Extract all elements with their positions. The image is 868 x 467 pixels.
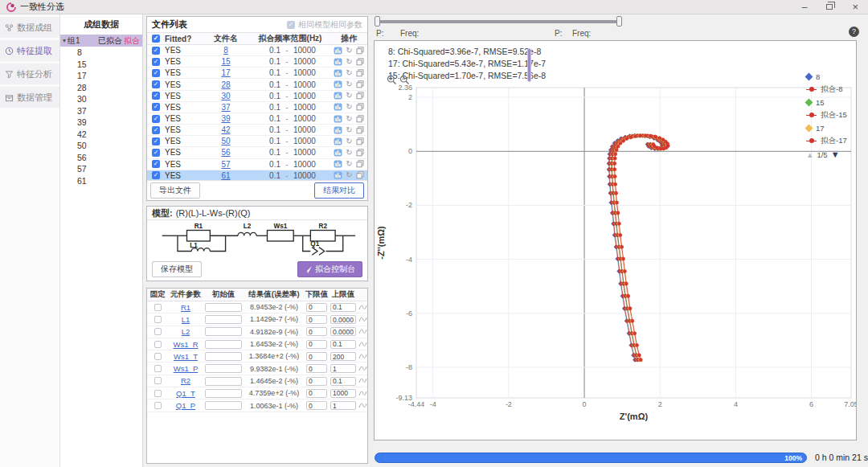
fix-param-checkbox[interactable] bbox=[154, 316, 162, 323]
lower-limit-input[interactable] bbox=[306, 377, 327, 386]
distribution-icon[interactable] bbox=[358, 365, 367, 372]
lower-limit-input[interactable] bbox=[306, 340, 327, 349]
initial-value-input[interactable] bbox=[205, 401, 242, 410]
close-button[interactable]: × bbox=[852, 3, 858, 11]
legend-item[interactable]: 15 bbox=[806, 96, 856, 109]
lower-limit-input[interactable] bbox=[306, 389, 327, 398]
legend-item[interactable]: 拟合-17 bbox=[806, 134, 856, 147]
slider-handle-left[interactable] bbox=[375, 16, 380, 27]
initial-value-input[interactable] bbox=[205, 377, 242, 386]
copy-icon[interactable] bbox=[356, 171, 364, 179]
refit-icon[interactable]: ↻ bbox=[346, 47, 352, 55]
copy-icon[interactable] bbox=[356, 103, 364, 111]
same-model-option[interactable]: ✓ 相同模型相同参数 bbox=[287, 19, 362, 31]
legend-item[interactable]: 拟合-15 bbox=[806, 109, 856, 121]
maximize-button[interactable] bbox=[826, 4, 833, 10]
view-result-icon[interactable] bbox=[334, 126, 342, 134]
file-link[interactable]: 56 bbox=[221, 148, 230, 157]
param-link[interactable]: Ws1_P bbox=[174, 364, 199, 373]
view-result-icon[interactable] bbox=[334, 103, 342, 111]
distribution-icon[interactable] bbox=[358, 328, 367, 335]
group-member[interactable]: 42 bbox=[60, 129, 142, 141]
initial-value-input[interactable] bbox=[205, 327, 242, 336]
distribution-icon[interactable] bbox=[358, 377, 367, 384]
initial-value-input[interactable] bbox=[205, 352, 242, 361]
file-link[interactable]: 42 bbox=[221, 125, 230, 134]
upper-limit-input[interactable] bbox=[330, 303, 356, 312]
initial-value-input[interactable] bbox=[205, 364, 242, 373]
distribution-icon[interactable] bbox=[358, 316, 367, 323]
file-row-checkbox[interactable]: ✓ bbox=[152, 115, 160, 123]
view-result-icon[interactable] bbox=[334, 80, 342, 88]
upper-limit-input[interactable] bbox=[330, 389, 356, 398]
file-link[interactable]: 39 bbox=[221, 114, 230, 123]
initial-value-input[interactable] bbox=[205, 340, 242, 349]
fit-console-button[interactable]: 拟合控制台 bbox=[297, 261, 362, 277]
refit-icon[interactable]: ↻ bbox=[346, 103, 352, 111]
refit-icon[interactable]: ↻ bbox=[346, 160, 352, 168]
same-model-checkbox[interactable]: ✓ bbox=[287, 21, 295, 29]
file-row-checkbox[interactable]: ✓ bbox=[152, 103, 160, 111]
file-row-checkbox[interactable]: ✓ bbox=[152, 160, 160, 168]
refit-icon[interactable]: ↻ bbox=[346, 58, 352, 66]
distribution-icon[interactable] bbox=[358, 353, 367, 360]
file-link[interactable]: 8 bbox=[223, 46, 228, 55]
group-member[interactable]: 15 bbox=[60, 59, 142, 71]
param-link[interactable]: L1 bbox=[182, 315, 190, 324]
fix-param-checkbox[interactable] bbox=[154, 402, 162, 409]
param-link[interactable]: Q1_P bbox=[176, 401, 195, 410]
fix-param-checkbox[interactable] bbox=[154, 365, 162, 372]
param-link[interactable]: R2 bbox=[181, 376, 190, 385]
param-link[interactable]: L2 bbox=[182, 327, 190, 336]
param-link[interactable]: R1 bbox=[181, 303, 190, 312]
file-link[interactable]: 28 bbox=[221, 80, 230, 89]
upper-limit-input[interactable] bbox=[330, 401, 356, 410]
file-link[interactable]: 17 bbox=[221, 68, 230, 77]
group-member[interactable]: 17 bbox=[60, 70, 142, 82]
file-link[interactable]: 15 bbox=[221, 57, 230, 66]
copy-icon[interactable] bbox=[356, 160, 364, 168]
file-row-checkbox[interactable]: ✓ bbox=[152, 47, 160, 55]
file-row[interactable]: ✓YES150.1-10000↻ bbox=[147, 56, 367, 68]
view-result-icon[interactable] bbox=[334, 47, 342, 55]
legend-item[interactable]: 8 bbox=[806, 70, 856, 83]
upper-limit-input[interactable] bbox=[330, 327, 356, 336]
legend-page-down-icon[interactable]: ▼ bbox=[831, 150, 840, 159]
group-member[interactable]: 37 bbox=[60, 105, 142, 117]
view-result-icon[interactable] bbox=[334, 115, 342, 123]
view-result-icon[interactable] bbox=[334, 149, 342, 157]
file-row[interactable]: ✓YES300.1-10000↻ bbox=[147, 91, 367, 102]
distribution-icon[interactable] bbox=[358, 390, 367, 397]
file-row[interactable]: ✓YES170.1-10000↻ bbox=[147, 68, 367, 79]
refit-icon[interactable]: ↻ bbox=[346, 92, 352, 100]
group-member[interactable]: 50 bbox=[60, 140, 142, 152]
fix-param-checkbox[interactable] bbox=[154, 353, 162, 360]
group-member[interactable]: 57 bbox=[60, 163, 142, 175]
refit-icon[interactable]: ↻ bbox=[346, 115, 352, 123]
sidebar-item-feature-analysis[interactable]: 特征分析 bbox=[0, 63, 59, 84]
lower-limit-input[interactable] bbox=[306, 327, 327, 336]
file-link[interactable]: 61 bbox=[221, 171, 230, 180]
initial-value-input[interactable] bbox=[205, 303, 242, 312]
copy-icon[interactable] bbox=[356, 126, 364, 134]
initial-value-input[interactable] bbox=[205, 315, 242, 324]
file-row-checkbox[interactable]: ✓ bbox=[152, 149, 160, 157]
lower-limit-input[interactable] bbox=[306, 401, 327, 410]
sidebar-item-feature-extract[interactable]: 特征提取 bbox=[0, 40, 59, 61]
lower-limit-input[interactable] bbox=[306, 303, 327, 312]
upper-limit-input[interactable] bbox=[330, 377, 356, 386]
group-member[interactable]: 30 bbox=[60, 93, 142, 105]
distribution-icon[interactable] bbox=[358, 402, 367, 409]
stats-scrollbar[interactable] bbox=[527, 48, 531, 82]
collapse-caret-icon[interactable]: ▾ bbox=[63, 37, 66, 44]
copy-icon[interactable] bbox=[356, 69, 364, 77]
file-row-checkbox[interactable]: ✓ bbox=[152, 137, 160, 145]
file-row-checkbox[interactable]: ✓ bbox=[152, 80, 160, 88]
view-result-icon[interactable] bbox=[334, 171, 342, 179]
group-fit-action[interactable]: 拟合 bbox=[124, 35, 140, 47]
view-result-icon[interactable] bbox=[334, 92, 342, 100]
file-row[interactable]: ✓YES280.1-10000↻ bbox=[147, 79, 367, 90]
group-member[interactable]: 39 bbox=[60, 117, 142, 129]
group-member[interactable]: 61 bbox=[60, 175, 142, 187]
file-row[interactable]: ✓YES80.1-10000↻ bbox=[147, 45, 367, 56]
